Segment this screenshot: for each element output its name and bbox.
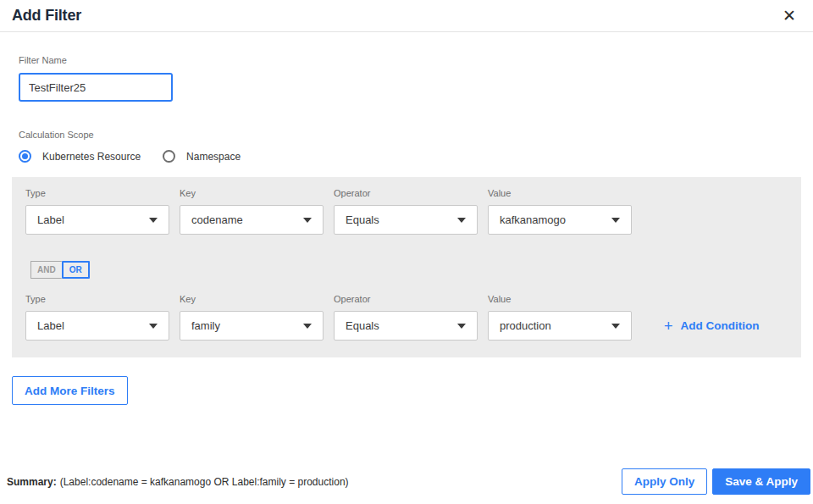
- type-field: Type Label: [25, 294, 169, 341]
- operator-dropdown[interactable]: Equals: [334, 205, 478, 235]
- chevron-down-icon: [149, 324, 158, 329]
- operator-label: Operator: [334, 294, 478, 304]
- or-toggle-button[interactable]: OR: [62, 261, 90, 279]
- save-and-apply-button[interactable]: Save & Apply: [712, 468, 810, 495]
- apply-only-button[interactable]: Apply Only: [622, 468, 707, 495]
- condition-row-1: Type Label Key codename Operator Equals: [25, 188, 788, 235]
- value-label: Value: [488, 294, 632, 304]
- key-dropdown-value: codename: [191, 213, 243, 226]
- dialog-footer: Summary:(Label:codename = kafkanamogo OR…: [0, 468, 813, 495]
- value-field: Value kafkanamogo: [488, 188, 632, 235]
- key-field: Key codename: [180, 188, 324, 235]
- calculation-scope-label: Calculation Scope: [19, 130, 801, 140]
- page-title: Add Filter: [12, 7, 81, 25]
- filter-name-input[interactable]: [19, 73, 173, 102]
- type-label: Type: [25, 188, 169, 198]
- chevron-down-icon: [457, 218, 466, 223]
- conditions-panel: Type Label Key codename Operator Equals: [12, 177, 801, 357]
- chevron-down-icon: [303, 324, 312, 329]
- dialog-header: Add Filter ✕: [0, 0, 813, 32]
- operator-label: Operator: [334, 188, 478, 198]
- chevron-down-icon: [457, 324, 466, 329]
- operator-dropdown-value: Equals: [346, 319, 379, 332]
- radio-namespace[interactable]: Namespace: [163, 150, 241, 163]
- key-label: Key: [180, 188, 324, 198]
- calculation-scope-section: Calculation Scope Kubernetes Resource Na…: [19, 130, 801, 163]
- footer-actions: Apply Only Save & Apply: [622, 468, 810, 495]
- chevron-down-icon: [611, 324, 620, 329]
- key-dropdown[interactable]: family: [180, 311, 324, 341]
- radio-unselected-icon: [163, 150, 175, 163]
- dialog-body: Filter Name Calculation Scope Kubernetes…: [0, 55, 813, 405]
- filter-name-section: Filter Name: [19, 55, 801, 102]
- add-condition-label: Add Condition: [681, 319, 760, 332]
- filter-summary: Summary:(Label:codename = kafkanamogo OR…: [7, 476, 349, 488]
- value-dropdown-value: production: [500, 319, 551, 332]
- plus-icon: +: [664, 318, 673, 334]
- type-label: Type: [25, 294, 169, 304]
- radio-label: Namespace: [186, 151, 241, 163]
- key-dropdown-value: family: [191, 319, 220, 332]
- add-condition-link[interactable]: + Add Condition: [664, 318, 760, 334]
- add-condition-cell: + Add Condition: [664, 311, 788, 341]
- type-dropdown[interactable]: Label: [25, 205, 169, 235]
- logic-operator-toggle: AND OR: [30, 261, 90, 279]
- type-field: Type Label: [25, 188, 169, 235]
- operator-dropdown-value: Equals: [346, 213, 379, 226]
- radio-selected-icon: [19, 150, 31, 163]
- operator-field: Operator Equals: [334, 188, 478, 235]
- operator-field: Operator Equals: [334, 294, 478, 341]
- chevron-down-icon: [149, 218, 158, 223]
- value-dropdown[interactable]: kafkanamogo: [488, 205, 632, 235]
- type-dropdown-value: Label: [37, 213, 64, 226]
- radio-label: Kubernetes Resource: [42, 151, 141, 163]
- value-dropdown-value: kafkanamogo: [500, 213, 566, 226]
- summary-text: (Label:codename = kafkanamogo OR Label:f…: [60, 476, 349, 488]
- close-icon[interactable]: ✕: [779, 6, 799, 25]
- value-field: Value production: [488, 294, 632, 341]
- summary-label: Summary:: [7, 476, 57, 488]
- condition-row-2: Type Label Key family Operator Equals: [25, 294, 788, 341]
- key-dropdown[interactable]: codename: [180, 205, 324, 235]
- calculation-scope-options: Kubernetes Resource Namespace: [19, 150, 801, 163]
- chevron-down-icon: [303, 218, 312, 223]
- and-toggle-button[interactable]: AND: [30, 261, 62, 279]
- type-dropdown[interactable]: Label: [25, 311, 169, 341]
- add-more-filters-button[interactable]: Add More Filters: [12, 376, 128, 405]
- value-dropdown[interactable]: production: [488, 311, 632, 341]
- filter-name-label: Filter Name: [19, 55, 801, 65]
- chevron-down-icon: [611, 218, 620, 223]
- key-field: Key family: [180, 294, 324, 341]
- radio-kubernetes-resource[interactable]: Kubernetes Resource: [19, 150, 141, 163]
- value-label: Value: [488, 188, 632, 198]
- key-label: Key: [180, 294, 324, 304]
- type-dropdown-value: Label: [37, 319, 64, 332]
- operator-dropdown[interactable]: Equals: [334, 311, 478, 341]
